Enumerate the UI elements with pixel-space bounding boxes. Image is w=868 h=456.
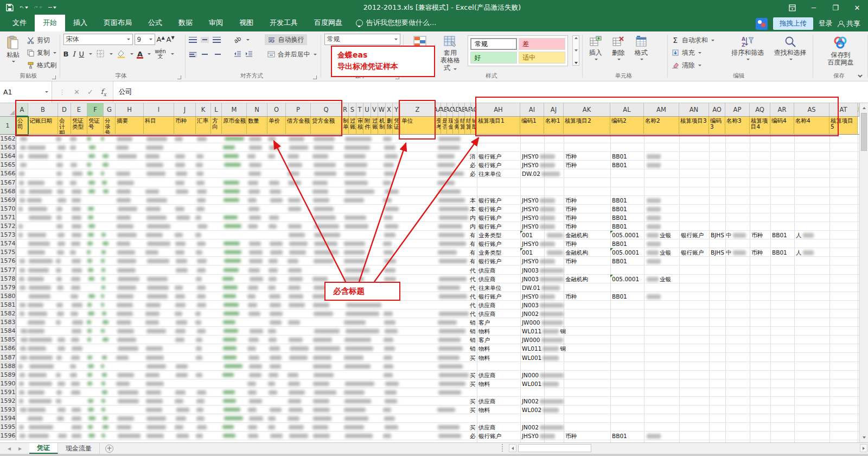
ribbon-tab-9[interactable]: 百度网盘 <box>306 15 350 31</box>
phonetic-icon[interactable]: wén文 <box>155 49 166 59</box>
row-number-1594[interactable]: 1594 <box>0 414 16 423</box>
alignment-dialog-launcher[interactable] <box>313 75 317 79</box>
insert-cells-button[interactable]: 插入 <box>586 34 605 62</box>
ribbon-tab-5[interactable]: 数据 <box>170 15 201 31</box>
column-header-L[interactable]: L <box>211 103 222 117</box>
grid-cell-AI-1576[interactable]: JHSY0 <box>522 257 556 265</box>
row-number-1564[interactable]: 1564 <box>0 152 16 161</box>
grid-cell-AL-1578[interactable]: 005.0001 <box>612 275 639 283</box>
column-header-AS[interactable]: AS <box>794 103 829 117</box>
grid-cell-AL-1565[interactable]: BB01 <box>612 161 627 169</box>
column-header-I[interactable]: I <box>144 103 174 117</box>
collapse-ribbon-icon[interactable] <box>858 75 863 79</box>
column-header-AP[interactable]: AP <box>725 103 750 117</box>
header-cell-AK[interactable]: 核算项目2 <box>564 117 610 135</box>
horizontal-scroll-thumb[interactable] <box>518 444 591 452</box>
column-header-H[interactable]: H <box>116 103 144 117</box>
autosum-button[interactable]: Σ 自动求和 <box>671 35 725 46</box>
column-header-D[interactable]: D <box>58 103 71 117</box>
grid-cell-AH-1581[interactable]: 供应商 <box>478 301 496 309</box>
ribbon-tab-4[interactable]: 公式 <box>140 15 170 31</box>
column-header-B[interactable]: B <box>28 103 58 117</box>
orientation-icon[interactable]: ab <box>232 35 242 45</box>
column-header-Z[interactable]: Z <box>400 103 435 117</box>
customize-qat-icon[interactable] <box>48 3 56 12</box>
grid-cell-AH-1576[interactable]: 银行账户 <box>478 257 501 265</box>
tell-me-box[interactable]: 告诉我您想要做什么... <box>356 18 436 31</box>
row-number-1565[interactable]: 1565 <box>0 161 16 169</box>
header-cell-Z[interactable]: 单位 <box>400 117 435 135</box>
header-cell-AE[interactable]: 结算 <box>459 117 465 135</box>
paste-button[interactable]: 粘贴 <box>3 34 23 65</box>
grid-cell-AK-1570[interactable]: 币种 <box>565 205 577 213</box>
column-header-V[interactable]: V <box>371 103 378 117</box>
row-number-1583[interactable]: 1583 <box>0 318 16 327</box>
row-number-1587[interactable]: 1587 <box>0 353 16 362</box>
tab-scroll-splitter[interactable] <box>502 444 504 452</box>
save-to-netdisk-button[interactable]: 保存到百度网盘 <box>824 34 857 69</box>
header-cell-D[interactable]: 会计期间 <box>58 117 71 135</box>
merge-center-button[interactable]: 合并后居中 <box>267 49 317 60</box>
copy-button[interactable]: 复制 <box>26 47 56 58</box>
cell-style-2[interactable]: 好 <box>470 52 517 64</box>
drag-upload-button[interactable]: 拖拽上传 <box>773 17 813 30</box>
restore-button[interactable]: ❐ <box>825 0 846 15</box>
row-number-1579[interactable]: 1579 <box>0 283 16 292</box>
grid-cell-AM-1576[interactable] <box>646 257 662 265</box>
header-cell-AN[interactable]: 核算项目3 <box>679 117 709 135</box>
font-dialog-launcher[interactable] <box>177 75 181 79</box>
column-header-AO[interactable]: AO <box>709 103 725 117</box>
row-number-1589[interactable]: 1589 <box>0 371 16 379</box>
format-as-table-button[interactable]: 套用表格格式 <box>436 34 465 74</box>
header-cell-AL[interactable]: 编码2 <box>610 117 644 135</box>
grid-cell-AI-1570[interactable]: JHSY0 <box>522 205 556 213</box>
vertical-scroll-thumb[interactable] <box>861 113 867 151</box>
grid-cell-AQ-1575[interactable]: 币种 <box>751 249 763 256</box>
row-number-1571[interactable]: 1571 <box>0 213 16 222</box>
sheet-tab-0[interactable]: 凭证 <box>29 443 58 454</box>
align-middle-icon[interactable] <box>201 37 209 43</box>
row-number-1563[interactable]: 1563 <box>0 143 16 152</box>
styles-gallery-scroll[interactable] <box>572 35 579 66</box>
header-cell-Q[interactable]: 贷方金额 <box>311 117 342 135</box>
grid-cell-AN-1573[interactable]: 银行账户 <box>681 231 704 239</box>
header-cell-AJ[interactable]: 名称1 <box>544 117 564 135</box>
column-header-AC[interactable]: AC <box>447 103 453 117</box>
row-number-1578[interactable]: 1578 <box>0 275 16 283</box>
grid-cell-AL-1574[interactable]: BB01 <box>612 240 627 248</box>
column-header-AK[interactable]: AK <box>564 103 610 117</box>
ribbon-tab-0[interactable]: 文件 <box>4 15 35 31</box>
header-cell-Y[interactable]: 凭证 <box>393 117 400 135</box>
column-header-R[interactable]: R <box>342 103 349 117</box>
select-all-corner[interactable] <box>0 103 16 117</box>
column-header-AH[interactable]: AH <box>477 103 520 117</box>
grid-cell-AH-1578[interactable]: 供应商 <box>478 275 496 283</box>
grid-cell-AH-1595[interactable]: 供应商 <box>478 423 496 431</box>
namebox-splitter[interactable]: ⋮ <box>59 88 66 96</box>
header-cell-X[interactable]: 删除 <box>386 117 393 135</box>
clipboard-dialog-launcher[interactable] <box>52 75 56 79</box>
header-cell-L[interactable]: 方向 <box>211 117 222 135</box>
ribbon-tab-7[interactable]: 视图 <box>231 15 261 31</box>
ribbon-display-options-icon[interactable] <box>781 0 803 15</box>
grid-cell-AL-1596[interactable]: BB01 <box>612 432 627 440</box>
grid-cell-AR-1573[interactable]: BB01 <box>772 231 787 239</box>
grid-cell-AM-1574[interactable] <box>646 240 662 248</box>
sort-filter-button[interactable]: AZ 排序和筛选 <box>728 34 767 62</box>
wrap-text-button[interactable]: 自动换行 <box>265 34 307 45</box>
grid-cell-AH-1574[interactable]: 银行账户 <box>478 240 501 248</box>
grid-cell-AO-1575[interactable]: BJHS 中 <box>711 249 747 256</box>
header-cell-M[interactable]: 原币金额 <box>222 117 247 135</box>
row-number-1591[interactable]: 1591 <box>0 388 16 397</box>
new-sheet-button[interactable]: + <box>105 445 113 453</box>
save-icon[interactable] <box>5 3 14 12</box>
header-cell-F[interactable]: 凭证号 <box>87 117 104 135</box>
row-number-1[interactable]: 1 <box>0 117 16 135</box>
grid-cell-AM-1571[interactable] <box>646 214 662 221</box>
find-select-button[interactable]: 查找和选择 <box>770 34 809 62</box>
align-top-icon[interactable] <box>189 37 197 43</box>
grid-cell-AS-1575[interactable]: 人 <box>796 249 815 256</box>
font-color-icon[interactable]: A <box>137 50 143 58</box>
grid-cell-AN-1575[interactable]: 银行账户 <box>681 249 704 256</box>
row-number-1588[interactable]: 1588 <box>0 362 16 371</box>
